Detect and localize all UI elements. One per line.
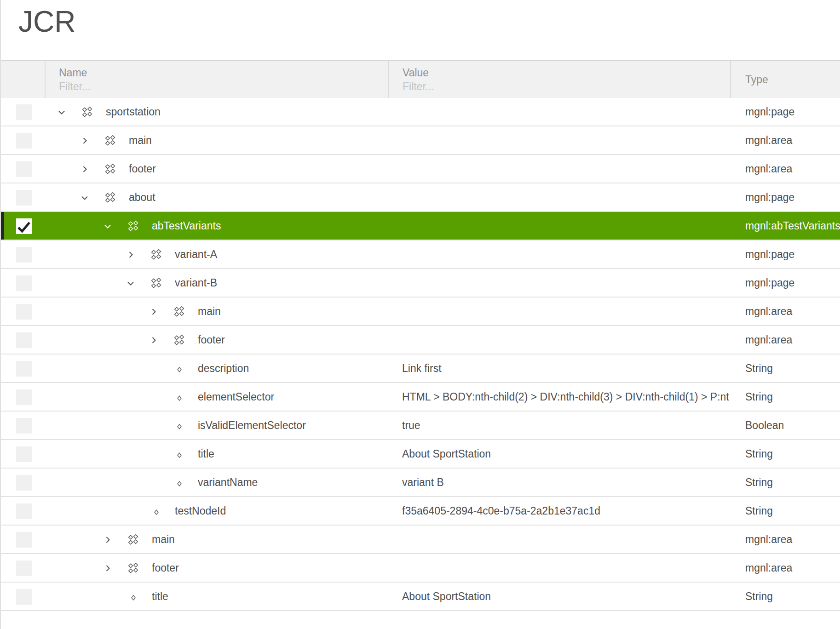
table-row[interactable]: variantName variant B String <box>1 469 840 497</box>
header-type-column[interactable]: Type <box>730 61 840 98</box>
row-checkbox[interactable] <box>16 161 32 177</box>
row-checkbox[interactable] <box>16 133 32 149</box>
row-checkbox[interactable] <box>16 275 32 291</box>
table-row[interactable]: footer mgnl:area <box>1 554 840 583</box>
node-diamonds-icon <box>127 533 139 546</box>
row-type: mgnl:page <box>745 240 840 268</box>
table-row[interactable]: testNodeId f35a6405-2894-4c0e-b75a-2a2b1… <box>1 497 840 526</box>
chevron-down-icon[interactable] <box>125 278 136 289</box>
table-row[interactable]: abTestVariants mgnl:abTestVariants <box>1 212 840 240</box>
row-type: String <box>745 469 840 496</box>
tree-table-body: sportstation mgnl:page main mgnl:area <box>1 98 840 611</box>
header-value-column[interactable]: Value Filter... <box>388 61 730 98</box>
row-name: variant-B <box>175 269 217 297</box>
row-checkbox[interactable] <box>16 104 32 120</box>
value-filter-input[interactable]: Filter... <box>403 80 730 93</box>
row-name: footer <box>129 155 156 183</box>
table-row[interactable]: isValidElementSelector true Boolean <box>1 412 840 440</box>
row-type: String <box>745 440 840 468</box>
node-diamonds-icon <box>127 562 139 574</box>
row-name: variant-A <box>175 240 217 268</box>
row-checkbox[interactable] <box>16 218 32 234</box>
property-diamond-icon <box>177 366 182 372</box>
header-name-column[interactable]: Name Filter... <box>45 61 388 98</box>
table-row[interactable]: title About SportStation String <box>1 440 840 469</box>
name-filter-input[interactable]: Filter... <box>59 80 388 93</box>
chevron-right-icon[interactable] <box>102 534 113 545</box>
row-checkbox[interactable] <box>16 418 32 434</box>
row-value <box>402 155 729 183</box>
row-value: HTML > BODY:nth-child(2) > DIV:nth-child… <box>402 383 729 411</box>
row-name: testNodeId <box>175 497 226 525</box>
table-row[interactable]: main mgnl:area <box>1 526 840 554</box>
row-checkbox[interactable] <box>16 503 32 519</box>
property-diamond-icon <box>177 395 182 400</box>
row-name: footer <box>198 326 225 354</box>
node-diamonds-icon <box>150 248 162 261</box>
chevron-right-icon[interactable] <box>148 335 159 346</box>
property-diamond-icon <box>177 423 182 429</box>
row-type: mgnl:area <box>745 126 840 154</box>
node-diamonds-icon <box>173 334 185 346</box>
chevron-down-icon[interactable] <box>102 221 113 232</box>
node-diamonds-icon <box>127 220 139 232</box>
chevron-right-icon[interactable] <box>79 164 90 175</box>
page-title: JCR <box>18 5 75 39</box>
row-name: about <box>129 183 155 211</box>
name-column-label: Name <box>59 66 388 80</box>
chevron-right-icon[interactable] <box>125 249 136 260</box>
table-row[interactable]: footer mgnl:area <box>1 155 840 183</box>
node-diamonds-icon <box>150 277 162 289</box>
chevron-down-icon[interactable] <box>56 107 67 118</box>
row-name: main <box>152 526 175 553</box>
row-checkbox[interactable] <box>16 475 32 491</box>
row-checkbox[interactable] <box>16 532 32 548</box>
row-value: f35a6405-2894-4c0e-b75a-2a2b1e37ac1d <box>402 497 729 525</box>
row-value <box>402 526 729 553</box>
node-diamonds-icon <box>173 305 185 318</box>
row-checkbox[interactable] <box>16 589 32 605</box>
row-name: main <box>129 126 152 154</box>
row-name: elementSelector <box>198 383 274 411</box>
table-row[interactable]: sportstation mgnl:page <box>1 98 840 126</box>
row-checkbox[interactable] <box>16 304 32 320</box>
row-type: String <box>745 355 840 382</box>
chevron-right-icon[interactable] <box>79 135 90 146</box>
row-value: Link first <box>402 355 729 382</box>
row-value <box>402 269 729 297</box>
row-type: mgnl:page <box>745 183 840 211</box>
table-row[interactable]: title About SportStation String <box>1 583 840 611</box>
row-checkbox[interactable] <box>16 446 32 462</box>
row-value: true <box>402 412 729 439</box>
row-checkbox[interactable] <box>16 190 32 206</box>
row-type: String <box>745 583 840 610</box>
row-checkbox[interactable] <box>16 389 32 405</box>
table-row[interactable]: description Link first String <box>1 355 840 383</box>
table-header: Name Filter... Value Filter... Type <box>1 60 840 98</box>
row-name: title <box>198 440 214 468</box>
chevron-right-icon[interactable] <box>148 306 159 317</box>
row-value <box>402 326 729 354</box>
table-row[interactable]: elementSelector HTML > BODY:nth-child(2)… <box>1 383 840 412</box>
table-row[interactable]: footer mgnl:area <box>1 326 840 355</box>
row-value: variant B <box>402 469 729 496</box>
table-row[interactable]: about mgnl:page <box>1 183 840 212</box>
row-checkbox[interactable] <box>16 560 32 576</box>
table-row[interactable]: main mgnl:area <box>1 297 840 326</box>
row-value <box>402 126 729 154</box>
row-type: mgnl:area <box>745 326 840 354</box>
table-row[interactable]: variant-A mgnl:page <box>1 240 840 269</box>
value-column-label: Value <box>403 66 730 80</box>
row-checkbox[interactable] <box>16 361 32 377</box>
row-checkbox[interactable] <box>16 247 32 263</box>
row-checkbox[interactable] <box>16 332 32 348</box>
row-name: abTestVariants <box>152 212 221 240</box>
row-value <box>402 240 729 268</box>
chevron-right-icon[interactable] <box>102 563 113 574</box>
row-type: mgnl:area <box>745 526 840 553</box>
row-type: Boolean <box>745 412 840 439</box>
chevron-down-icon[interactable] <box>79 192 90 203</box>
table-row[interactable]: variant-B mgnl:page <box>1 269 840 297</box>
table-row[interactable]: main mgnl:area <box>1 126 840 155</box>
row-name: footer <box>152 554 179 582</box>
